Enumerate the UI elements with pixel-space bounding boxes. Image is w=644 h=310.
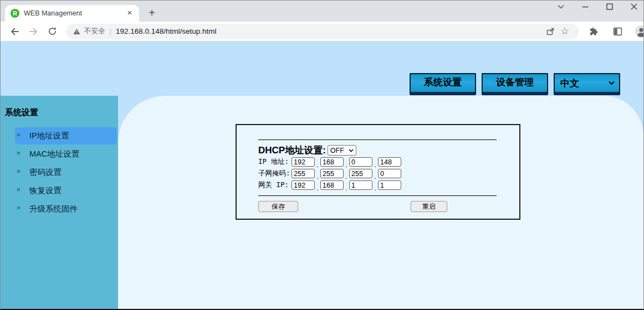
octet-input[interactable] bbox=[292, 157, 315, 167]
sidebar-item-label: 恢复设置 bbox=[29, 185, 62, 196]
toolbar-right: ⋮ bbox=[584, 24, 644, 39]
bookmark-star-icon[interactable]: ☆ bbox=[558, 24, 572, 39]
sidebar-title: 系统设置 bbox=[5, 107, 118, 118]
extensions-puzzle-icon[interactable] bbox=[586, 24, 601, 39]
tab-strip: R WEB Management × + bbox=[1, 1, 643, 22]
octet-input[interactable] bbox=[292, 180, 315, 190]
octet-input[interactable] bbox=[292, 169, 315, 178]
save-button[interactable]: 保存 bbox=[258, 201, 298, 212]
dot-separator: . bbox=[315, 185, 320, 191]
dhcp-select-value: OFF bbox=[330, 147, 344, 154]
sidebar-item-restore-settings[interactable]: » 恢复设置 bbox=[15, 182, 117, 199]
network-settings-form: DHCP地址设置: OFF IP 地址: . . . 子网掩码 bbox=[236, 124, 520, 220]
dhcp-row: DHCP地址设置: OFF bbox=[258, 144, 497, 156]
dot-separator: . bbox=[315, 162, 320, 168]
divider bbox=[258, 195, 497, 196]
reload-icon[interactable] bbox=[44, 24, 60, 39]
row-label: 网关 IP: bbox=[258, 180, 292, 190]
dot-separator: . bbox=[344, 185, 349, 191]
window-controls bbox=[555, 2, 640, 12]
browser-tab[interactable]: R WEB Management × bbox=[5, 5, 139, 22]
security-chip[interactable]: 不安全 bbox=[73, 27, 105, 36]
row-label: 子网掩码: bbox=[258, 169, 292, 178]
sidebar-menu: » IP地址设置 » MAC地址设置 » 密码设置 » 恢复设置 » 升级系 bbox=[1, 127, 118, 218]
not-secure-warning-icon bbox=[73, 28, 81, 35]
profile-avatar[interactable] bbox=[633, 24, 644, 39]
octet-input[interactable] bbox=[320, 169, 344, 178]
side-panel-icon[interactable] bbox=[610, 24, 625, 39]
dot-separator: . bbox=[344, 162, 349, 168]
security-label: 不安全 bbox=[84, 27, 105, 36]
close-icon[interactable] bbox=[628, 2, 640, 12]
chevron-down-icon bbox=[609, 81, 615, 85]
dhcp-select[interactable]: OFF bbox=[328, 145, 356, 156]
dot-separator: . bbox=[372, 162, 378, 168]
language-select-value: 中文 bbox=[560, 77, 579, 90]
arrow-bullet-icon: » bbox=[17, 185, 21, 193]
octet-input[interactable] bbox=[349, 157, 372, 167]
dot-separator: . bbox=[344, 174, 349, 179]
reboot-button[interactable]: 重启 bbox=[411, 201, 447, 212]
sidebar-item-mac-settings[interactable]: » MAC地址设置 bbox=[15, 146, 117, 163]
octet-input[interactable] bbox=[349, 180, 372, 190]
sidebar-item-label: IP地址设置 bbox=[29, 131, 69, 141]
octet-input[interactable] bbox=[378, 169, 401, 178]
form-buttons-row: 保存 重启 bbox=[258, 201, 497, 212]
forward-icon[interactable] bbox=[25, 24, 41, 39]
octet-input[interactable] bbox=[320, 180, 344, 190]
arrow-bullet-icon: » bbox=[17, 167, 21, 175]
dot-separator: . bbox=[372, 185, 378, 191]
browser-window: R WEB Management × + bbox=[0, 0, 644, 310]
nav-device-management-button[interactable]: 设备管理 bbox=[482, 73, 548, 95]
tab-search-chevron-icon[interactable] bbox=[555, 2, 567, 12]
minimize-icon[interactable] bbox=[579, 2, 591, 12]
url-text[interactable]: 192.168.0.148/html/setup.html bbox=[116, 27, 543, 35]
row-label: IP 地址: bbox=[258, 157, 292, 167]
gateway-ip-row: 网关 IP: . . . bbox=[258, 179, 497, 191]
octet-input[interactable] bbox=[320, 157, 344, 167]
nav-system-settings-button[interactable]: 系统设置 bbox=[410, 73, 476, 95]
chevron-down-icon bbox=[349, 149, 354, 152]
dot-separator: . bbox=[372, 174, 378, 179]
arrow-bullet-icon: » bbox=[17, 149, 21, 157]
octet-input[interactable] bbox=[378, 180, 401, 190]
url-separator: | bbox=[110, 27, 111, 35]
page-body: 系统设置 设备管理 中文 系统设置 » IP地址设置 » MAC地址设置 bbox=[1, 42, 643, 309]
arrow-bullet-icon: » bbox=[17, 204, 21, 211]
browser-toolbar: 不安全 | 192.168.0.148/html/setup.html ☆ ⋮ bbox=[1, 22, 643, 42]
sidebar-item-firmware-upgrade[interactable]: » 升级系统固件 bbox=[15, 200, 117, 218]
new-tab-button[interactable]: + bbox=[145, 6, 159, 20]
sidebar-item-label: MAC地址设置 bbox=[29, 149, 79, 159]
octet-input[interactable] bbox=[378, 157, 401, 167]
octet-input[interactable] bbox=[349, 169, 372, 178]
dhcp-label: DHCP地址设置: bbox=[258, 144, 326, 157]
subnet-mask-row: 子网掩码: . . . bbox=[258, 168, 497, 179]
ip-address-row: IP 地址: . . . bbox=[258, 156, 497, 168]
dot-separator: . bbox=[315, 174, 320, 179]
share-icon[interactable] bbox=[543, 24, 558, 39]
sidebar: 系统设置 » IP地址设置 » MAC地址设置 » 密码设置 » 恢复设置 bbox=[1, 96, 118, 309]
tab-close-icon[interactable]: × bbox=[125, 8, 135, 18]
address-bar[interactable]: 不安全 | 192.168.0.148/html/setup.html ☆ bbox=[66, 24, 579, 39]
sidebar-item-ip-settings[interactable]: » IP地址设置 bbox=[15, 127, 117, 144]
sidebar-item-label: 升级系统固件 bbox=[29, 204, 78, 214]
divider bbox=[258, 140, 497, 140]
sidebar-item-label: 密码设置 bbox=[29, 167, 62, 178]
tab-title: WEB Management bbox=[24, 9, 125, 17]
maximize-icon[interactable] bbox=[604, 2, 616, 12]
sidebar-item-password-settings[interactable]: » 密码设置 bbox=[15, 164, 117, 181]
back-icon[interactable] bbox=[7, 24, 22, 39]
arrow-bullet-icon: » bbox=[17, 131, 21, 138]
language-select[interactable]: 中文 bbox=[554, 73, 620, 95]
site-favicon-icon: R bbox=[11, 9, 19, 18]
